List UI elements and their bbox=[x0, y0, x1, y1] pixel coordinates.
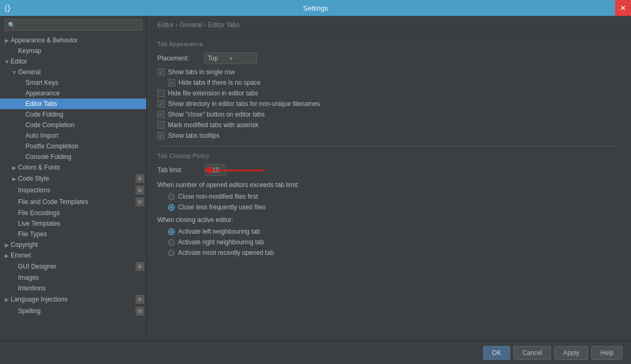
tree-arrow-icon: ▼ bbox=[11, 69, 18, 75]
radio-label-activate-left: Activate left neighbouring tab bbox=[178, 228, 260, 235]
radio-activate-left[interactable] bbox=[168, 228, 175, 235]
radio-activate-recent[interactable] bbox=[168, 250, 175, 256]
sidebar-item-label: Intentions bbox=[18, 285, 146, 292]
sidebar-item-code-completion[interactable]: Code Completion bbox=[0, 120, 146, 130]
sidebar-item-editor[interactable]: ▼Editor bbox=[0, 56, 146, 67]
sidebar-item-appearance[interactable]: Appearance bbox=[0, 88, 146, 99]
sidebar-item-copyright[interactable]: ▶Copyright bbox=[0, 239, 146, 250]
sidebar-item-inspections[interactable]: Inspections⊞ bbox=[0, 184, 146, 196]
tree-arrow-icon: ▶ bbox=[11, 165, 18, 171]
radio-close-non-modified[interactable] bbox=[168, 193, 175, 200]
sidebar-item-editor-tabs[interactable]: Editor Tabs bbox=[0, 99, 146, 109]
apply-button[interactable]: Apply bbox=[554, 346, 588, 360]
close-button[interactable]: ✕ bbox=[615, 0, 631, 16]
radio-activate-right[interactable] bbox=[168, 239, 175, 246]
sidebar-item-code-folding[interactable]: Code Folding bbox=[0, 109, 146, 120]
help-button[interactable]: Help bbox=[591, 346, 623, 360]
sidebar-item-live-templates[interactable]: Live Templates bbox=[0, 218, 146, 229]
checkbox-row-mark-modified[interactable]: Mark modified tabs with asterisk bbox=[157, 121, 620, 129]
divider-1 bbox=[157, 146, 620, 146]
placement-label: Placement: bbox=[157, 55, 200, 62]
checkbox-row-hide-file-extension[interactable]: Hide file extension in editor tabs bbox=[157, 90, 620, 97]
sidebar-item-label: Code Completion bbox=[25, 121, 146, 129]
sidebar-item-console-folding[interactable]: Console Folding bbox=[0, 152, 146, 162]
sidebar-item-file-encodings[interactable]: File Encodings bbox=[0, 208, 146, 218]
sidebar-item-intentions[interactable]: Intentions bbox=[0, 283, 146, 294]
checkbox-show-close-button[interactable] bbox=[157, 111, 165, 118]
sidebar-item-appearance-behavior[interactable]: ▶Appearance & Behavior bbox=[0, 35, 146, 46]
closing-radios: Close non-modified files firstClose less… bbox=[157, 193, 620, 211]
sidebar-item-smart-keys[interactable]: Smart Keys bbox=[0, 77, 146, 88]
tab-limit-row: Tab limit: bbox=[157, 164, 620, 176]
tree-arrow-icon: ▶ bbox=[11, 176, 18, 182]
checkbox-mark-modified[interactable] bbox=[157, 121, 165, 129]
tab-limit-label: Tab limit: bbox=[157, 166, 200, 174]
sidebar-item-label: Inspections bbox=[18, 187, 136, 194]
title-bar: ⟨⟩ Settings ✕ bbox=[0, 0, 631, 16]
sidebar-item-gui-designer[interactable]: GUI Designer⊞ bbox=[0, 261, 146, 272]
checkbox-show-directory[interactable] bbox=[157, 100, 165, 108]
cancel-button[interactable]: Cancel bbox=[513, 346, 551, 360]
sidebar-item-file-code-templates[interactable]: File and Code Templates⊞ bbox=[0, 196, 146, 208]
checkbox-label-hide-file-extension: Hide file extension in editor tabs bbox=[168, 90, 258, 97]
tree-arrow-icon: ▶ bbox=[3, 297, 11, 303]
checkbox-label-show-tabs-single-row: Show tabs in single row bbox=[168, 68, 235, 76]
radio-label-close-non-modified: Close non-modified files first bbox=[178, 193, 258, 200]
arrow-head-icon bbox=[204, 166, 211, 174]
sidebar-item-language-injections[interactable]: ▶Language Injections⊞ bbox=[0, 294, 146, 305]
checkbox-row-show-close-button[interactable]: Show "close" button on editor tabs bbox=[157, 111, 620, 118]
tree-arrow-icon: ▶ bbox=[3, 242, 11, 248]
sidebar-item-label: Language Injections bbox=[11, 296, 136, 303]
sidebar-item-code-style[interactable]: ▶Code Style⊞ bbox=[0, 173, 146, 184]
sidebar-item-label: Console Folding bbox=[25, 153, 146, 161]
closing-active-label: When closing active editor: bbox=[157, 216, 620, 224]
checkbox-row-show-tabs-single-row[interactable]: Show tabs in single row bbox=[157, 68, 620, 76]
sidebar-item-label: Keymap bbox=[18, 47, 146, 55]
window-title: Settings bbox=[303, 4, 328, 12]
sidebar-item-label: Editor Tabs bbox=[25, 100, 146, 108]
checkboxes-container: Show tabs in single rowHide tabs if ther… bbox=[157, 68, 620, 139]
sidebar-item-label: Appearance & Behavior bbox=[11, 37, 146, 44]
checkbox-label-hide-tabs-no-space: Hide tabs if there is no space bbox=[179, 79, 261, 86]
checkbox-row-show-directory[interactable]: Show directory in editor tabs for non-un… bbox=[157, 100, 620, 108]
checkbox-show-tabs-single-row[interactable] bbox=[157, 68, 165, 76]
sidebar-item-postfix-completion[interactable]: Postfix Completion bbox=[0, 141, 146, 152]
sidebar-item-label: Spelling bbox=[18, 307, 136, 315]
sidebar-item-keymap[interactable]: Keymap bbox=[0, 46, 146, 56]
checkbox-label-show-close-button: Show "close" button on editor tabs bbox=[168, 111, 265, 118]
sidebar-item-emmet[interactable]: ▶Emmet bbox=[0, 250, 146, 261]
checkbox-row-hide-tabs-no-space[interactable]: Hide tabs if there is no space bbox=[157, 79, 620, 86]
sidebar-item-spelling[interactable]: Spelling⊞ bbox=[0, 305, 146, 317]
radio-close-less-frequent[interactable] bbox=[168, 204, 175, 211]
search-icon: 🔍 bbox=[8, 22, 15, 29]
sidebar-item-label: General bbox=[18, 68, 146, 76]
ok-button[interactable]: OK bbox=[483, 346, 510, 360]
tree-arrow-icon: ▶ bbox=[3, 38, 11, 43]
sidebar-item-file-types[interactable]: File Types bbox=[0, 229, 146, 239]
checkbox-hide-tabs-no-space[interactable] bbox=[168, 79, 175, 86]
sidebar: 🔍 ▶Appearance & BehaviorKeymap▼Editor▼Ge… bbox=[0, 16, 147, 341]
radio-row-activate-left[interactable]: Activate left neighbouring tab bbox=[157, 228, 620, 235]
placement-dropdown[interactable]: Top ▼ bbox=[204, 52, 257, 64]
sidebar-item-label: GUI Designer bbox=[18, 263, 136, 270]
checkbox-hide-file-extension[interactable] bbox=[157, 90, 165, 97]
sidebar-item-label: Editor bbox=[11, 58, 146, 65]
checkbox-row-show-tooltips[interactable]: Show tabs tooltips bbox=[157, 132, 620, 139]
main-content: 🔍 ▶Appearance & BehaviorKeymap▼Editor▼Ge… bbox=[0, 16, 631, 341]
search-input[interactable] bbox=[18, 21, 138, 29]
sidebar-item-label: Copyright bbox=[11, 241, 146, 248]
breadcrumb: Editor › General › Editor Tabs bbox=[147, 16, 631, 32]
radio-label-activate-recent: Activate most recently opened tab bbox=[178, 249, 274, 256]
search-box[interactable]: 🔍 bbox=[4, 19, 142, 31]
radio-row-close-less-frequent[interactable]: Close less frequently used files bbox=[157, 203, 620, 211]
radio-row-close-non-modified[interactable]: Close non-modified files first bbox=[157, 193, 620, 200]
sidebar-item-colors-fonts[interactable]: ▶Colors & Fonts bbox=[0, 162, 146, 173]
checkbox-show-tooltips[interactable] bbox=[157, 132, 165, 139]
sidebar-item-images[interactable]: Images bbox=[0, 272, 146, 283]
sidebar-tree: ▶Appearance & BehaviorKeymap▼Editor▼Gene… bbox=[0, 34, 146, 341]
scope-icon: ⊞ bbox=[136, 262, 144, 271]
sidebar-item-general[interactable]: ▼General bbox=[0, 67, 146, 77]
sidebar-item-auto-import[interactable]: Auto Import bbox=[0, 130, 146, 141]
radio-row-activate-recent[interactable]: Activate most recently opened tab bbox=[157, 249, 620, 256]
radio-row-activate-right[interactable]: Activate right neighbouring tab bbox=[157, 238, 620, 246]
